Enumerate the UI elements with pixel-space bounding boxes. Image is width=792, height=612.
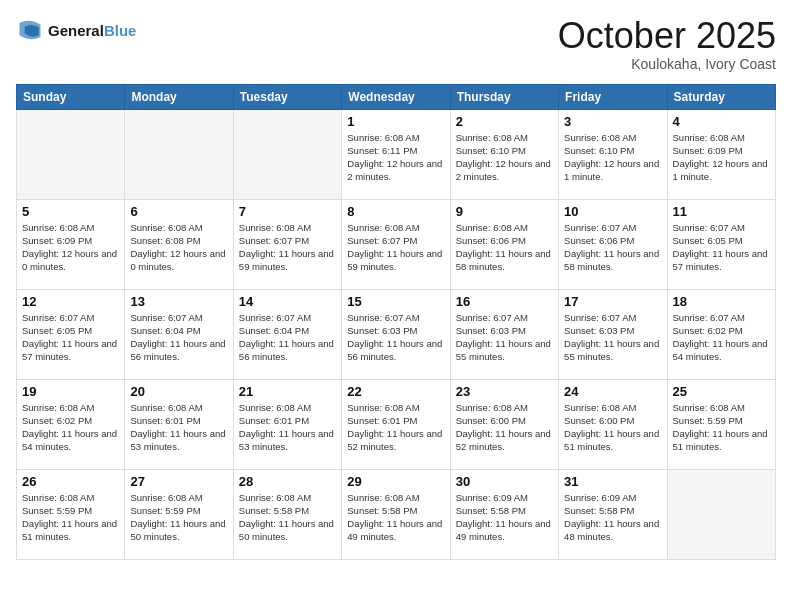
day-number: 3 [564, 114, 661, 129]
calendar-cell: 30Sunrise: 6:09 AM Sunset: 5:58 PM Dayli… [450, 469, 558, 559]
weekday-thursday: Thursday [450, 84, 558, 109]
logo-text: GeneralBlue [48, 22, 136, 39]
week-row-1: 5Sunrise: 6:08 AM Sunset: 6:09 PM Daylig… [17, 199, 776, 289]
day-info: Sunrise: 6:07 AM Sunset: 6:03 PM Dayligh… [564, 311, 661, 364]
calendar-cell: 14Sunrise: 6:07 AM Sunset: 6:04 PM Dayli… [233, 289, 341, 379]
weekday-saturday: Saturday [667, 84, 775, 109]
calendar-cell: 19Sunrise: 6:08 AM Sunset: 6:02 PM Dayli… [17, 379, 125, 469]
day-info: Sunrise: 6:08 AM Sunset: 6:10 PM Dayligh… [456, 131, 553, 184]
day-number: 8 [347, 204, 444, 219]
day-info: Sunrise: 6:08 AM Sunset: 5:59 PM Dayligh… [673, 401, 770, 454]
calendar-table: SundayMondayTuesdayWednesdayThursdayFrid… [16, 84, 776, 560]
day-number: 14 [239, 294, 336, 309]
day-info: Sunrise: 6:08 AM Sunset: 6:00 PM Dayligh… [456, 401, 553, 454]
day-info: Sunrise: 6:09 AM Sunset: 5:58 PM Dayligh… [456, 491, 553, 544]
day-number: 19 [22, 384, 119, 399]
week-row-0: 1Sunrise: 6:08 AM Sunset: 6:11 PM Daylig… [17, 109, 776, 199]
day-info: Sunrise: 6:07 AM Sunset: 6:03 PM Dayligh… [347, 311, 444, 364]
calendar-cell: 11Sunrise: 6:07 AM Sunset: 6:05 PM Dayli… [667, 199, 775, 289]
weekday-wednesday: Wednesday [342, 84, 450, 109]
calendar-cell: 3Sunrise: 6:08 AM Sunset: 6:10 PM Daylig… [559, 109, 667, 199]
calendar-cell: 10Sunrise: 6:07 AM Sunset: 6:06 PM Dayli… [559, 199, 667, 289]
day-number: 17 [564, 294, 661, 309]
weekday-monday: Monday [125, 84, 233, 109]
calendar-cell: 27Sunrise: 6:08 AM Sunset: 5:59 PM Dayli… [125, 469, 233, 559]
location: Koulokaha, Ivory Coast [558, 56, 776, 72]
calendar-cell: 2Sunrise: 6:08 AM Sunset: 6:10 PM Daylig… [450, 109, 558, 199]
calendar-cell [125, 109, 233, 199]
day-info: Sunrise: 6:08 AM Sunset: 6:10 PM Dayligh… [564, 131, 661, 184]
day-number: 29 [347, 474, 444, 489]
day-number: 25 [673, 384, 770, 399]
day-number: 16 [456, 294, 553, 309]
day-info: Sunrise: 6:08 AM Sunset: 5:58 PM Dayligh… [347, 491, 444, 544]
calendar-cell: 7Sunrise: 6:08 AM Sunset: 6:07 PM Daylig… [233, 199, 341, 289]
calendar-cell: 31Sunrise: 6:09 AM Sunset: 5:58 PM Dayli… [559, 469, 667, 559]
weekday-header-row: SundayMondayTuesdayWednesdayThursdayFrid… [17, 84, 776, 109]
day-info: Sunrise: 6:09 AM Sunset: 5:58 PM Dayligh… [564, 491, 661, 544]
day-info: Sunrise: 6:07 AM Sunset: 6:04 PM Dayligh… [239, 311, 336, 364]
page-header: GeneralBlue October 2025 Koulokaha, Ivor… [16, 16, 776, 72]
week-row-4: 26Sunrise: 6:08 AM Sunset: 5:59 PM Dayli… [17, 469, 776, 559]
day-number: 1 [347, 114, 444, 129]
day-number: 11 [673, 204, 770, 219]
day-number: 4 [673, 114, 770, 129]
day-info: Sunrise: 6:08 AM Sunset: 6:06 PM Dayligh… [456, 221, 553, 274]
day-number: 21 [239, 384, 336, 399]
day-info: Sunrise: 6:07 AM Sunset: 6:05 PM Dayligh… [673, 221, 770, 274]
calendar-cell: 6Sunrise: 6:08 AM Sunset: 6:08 PM Daylig… [125, 199, 233, 289]
day-number: 26 [22, 474, 119, 489]
logo-icon [16, 16, 44, 44]
day-info: Sunrise: 6:08 AM Sunset: 6:07 PM Dayligh… [347, 221, 444, 274]
weekday-tuesday: Tuesday [233, 84, 341, 109]
day-number: 31 [564, 474, 661, 489]
calendar-cell: 4Sunrise: 6:08 AM Sunset: 6:09 PM Daylig… [667, 109, 775, 199]
calendar-cell: 1Sunrise: 6:08 AM Sunset: 6:11 PM Daylig… [342, 109, 450, 199]
day-number: 18 [673, 294, 770, 309]
calendar-cell: 28Sunrise: 6:08 AM Sunset: 5:58 PM Dayli… [233, 469, 341, 559]
day-number: 27 [130, 474, 227, 489]
day-number: 23 [456, 384, 553, 399]
calendar-cell: 17Sunrise: 6:07 AM Sunset: 6:03 PM Dayli… [559, 289, 667, 379]
calendar-cell: 13Sunrise: 6:07 AM Sunset: 6:04 PM Dayli… [125, 289, 233, 379]
week-row-3: 19Sunrise: 6:08 AM Sunset: 6:02 PM Dayli… [17, 379, 776, 469]
calendar-cell: 24Sunrise: 6:08 AM Sunset: 6:00 PM Dayli… [559, 379, 667, 469]
day-number: 22 [347, 384, 444, 399]
calendar-cell: 22Sunrise: 6:08 AM Sunset: 6:01 PM Dayli… [342, 379, 450, 469]
day-info: Sunrise: 6:07 AM Sunset: 6:05 PM Dayligh… [22, 311, 119, 364]
week-row-2: 12Sunrise: 6:07 AM Sunset: 6:05 PM Dayli… [17, 289, 776, 379]
day-number: 15 [347, 294, 444, 309]
calendar-cell: 20Sunrise: 6:08 AM Sunset: 6:01 PM Dayli… [125, 379, 233, 469]
calendar-cell [667, 469, 775, 559]
calendar-cell: 16Sunrise: 6:07 AM Sunset: 6:03 PM Dayli… [450, 289, 558, 379]
title-area: October 2025 Koulokaha, Ivory Coast [558, 16, 776, 72]
calendar-cell: 26Sunrise: 6:08 AM Sunset: 5:59 PM Dayli… [17, 469, 125, 559]
calendar-body: 1Sunrise: 6:08 AM Sunset: 6:11 PM Daylig… [17, 109, 776, 559]
day-info: Sunrise: 6:08 AM Sunset: 6:01 PM Dayligh… [130, 401, 227, 454]
day-info: Sunrise: 6:08 AM Sunset: 6:09 PM Dayligh… [22, 221, 119, 274]
day-info: Sunrise: 6:07 AM Sunset: 6:03 PM Dayligh… [456, 311, 553, 364]
day-info: Sunrise: 6:08 AM Sunset: 6:02 PM Dayligh… [22, 401, 119, 454]
day-number: 10 [564, 204, 661, 219]
day-info: Sunrise: 6:07 AM Sunset: 6:06 PM Dayligh… [564, 221, 661, 274]
calendar-cell: 15Sunrise: 6:07 AM Sunset: 6:03 PM Dayli… [342, 289, 450, 379]
weekday-friday: Friday [559, 84, 667, 109]
day-number: 20 [130, 384, 227, 399]
calendar-cell [17, 109, 125, 199]
day-info: Sunrise: 6:07 AM Sunset: 6:02 PM Dayligh… [673, 311, 770, 364]
day-number: 28 [239, 474, 336, 489]
calendar-cell: 21Sunrise: 6:08 AM Sunset: 6:01 PM Dayli… [233, 379, 341, 469]
day-info: Sunrise: 6:08 AM Sunset: 6:01 PM Dayligh… [239, 401, 336, 454]
day-number: 2 [456, 114, 553, 129]
day-info: Sunrise: 6:08 AM Sunset: 6:07 PM Dayligh… [239, 221, 336, 274]
day-info: Sunrise: 6:07 AM Sunset: 6:04 PM Dayligh… [130, 311, 227, 364]
day-info: Sunrise: 6:08 AM Sunset: 5:59 PM Dayligh… [22, 491, 119, 544]
calendar-cell: 8Sunrise: 6:08 AM Sunset: 6:07 PM Daylig… [342, 199, 450, 289]
day-info: Sunrise: 6:08 AM Sunset: 6:09 PM Dayligh… [673, 131, 770, 184]
day-number: 5 [22, 204, 119, 219]
weekday-sunday: Sunday [17, 84, 125, 109]
day-number: 30 [456, 474, 553, 489]
month-title: October 2025 [558, 16, 776, 56]
calendar-cell [233, 109, 341, 199]
day-number: 12 [22, 294, 119, 309]
